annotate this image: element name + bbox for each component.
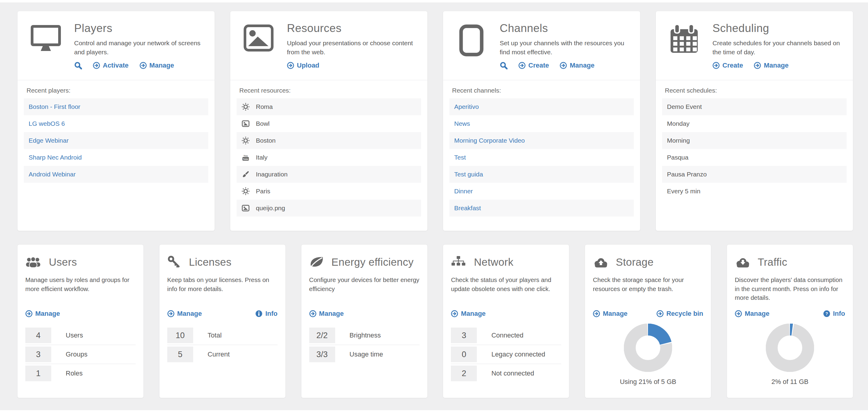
licenses-description: Keep tabs on your licenses. Press on inf… [167, 275, 278, 309]
resources-description: Upload your presentations or choose cont… [287, 39, 418, 57]
cloud-download-icon [735, 257, 750, 268]
divider [230, 80, 427, 80]
stat-value: 3 [25, 347, 51, 362]
channels-create-link[interactable]: Create [518, 61, 549, 69]
schedule-list-item: Every 5 min [662, 183, 846, 200]
image-icon [242, 204, 250, 212]
circle-arrow-right-icon [656, 310, 664, 317]
stat-label: Users [66, 331, 83, 339]
network-manage-link[interactable]: Manage [451, 310, 486, 318]
circle-arrow-right-icon [593, 310, 600, 317]
circle-arrow-right-icon [309, 310, 316, 317]
circle-arrow-right-icon [735, 310, 742, 317]
page-title-network: Network [474, 256, 513, 268]
channel-list-item[interactable]: Test guida [450, 166, 634, 183]
stat-value: 3/3 [309, 347, 335, 362]
scheduling-manage-link[interactable]: Manage [754, 61, 788, 69]
traffic-description: Discover the players' data consumption i… [735, 275, 845, 309]
player-list-item[interactable]: Edge Webinar [24, 132, 208, 149]
channel-list-item[interactable]: Dinner [450, 183, 634, 200]
storage-recycle-bin-link[interactable]: Recycle bin [656, 310, 703, 318]
stat-label: Groups [66, 351, 87, 358]
users-card: Users Manage users by roles and groups f… [17, 244, 144, 398]
stat-value: 2 [451, 365, 477, 381]
recent-channels-list: Aperitivo News Morning Corporate Video T… [450, 98, 634, 216]
page-title-scheduling: Scheduling [712, 22, 844, 35]
schedule-list-item: Pasqua [662, 149, 846, 166]
stat-value: 10 [167, 328, 193, 343]
channel-frame-icon [459, 24, 484, 56]
channel-list-item[interactable]: Aperitivo [450, 98, 634, 115]
energy-stats: 2/2Brightness 3/3Usage time [309, 326, 420, 364]
recent-resources-label: Recent resources: [239, 87, 418, 94]
player-list-item[interactable]: Android Webinar [24, 166, 208, 183]
channels-card-header: Channels Set up your channels with the r… [443, 11, 640, 73]
recent-schedules-list: Demo Event Monday Morning Pasqua Pausa P… [662, 98, 846, 200]
stat-label: Legacy connected [491, 351, 545, 358]
player-list-item[interactable]: Boston - First floor [24, 98, 208, 115]
licenses-manage-link[interactable]: Manage [167, 310, 202, 318]
bottom-card-row: Users Manage users by roles and groups f… [0, 231, 868, 398]
player-list-item[interactable]: LG webOS 6 [24, 115, 208, 132]
licenses-card: Licenses Keep tabs on your licenses. Pre… [159, 244, 286, 398]
stat-row: 3Groups [25, 345, 135, 364]
players-description: Control and manage your network of scree… [74, 39, 206, 57]
traffic-card: Traffic Discover the players' data consu… [727, 244, 853, 398]
circle-arrow-right-icon [93, 62, 100, 69]
players-manage-link[interactable]: Manage [140, 61, 174, 69]
traffic-manage-link[interactable]: Manage [735, 310, 770, 318]
circle-arrow-right-icon [518, 62, 526, 69]
players-card: Players Control and manage your network … [17, 11, 215, 231]
schedule-list-item: Monday [662, 115, 846, 132]
network-card: Network Check the status of your players… [443, 244, 569, 398]
page-title-channels: Channels [500, 22, 631, 35]
leaf-icon [309, 256, 324, 268]
stat-row: 5Current [167, 345, 278, 364]
licenses-info-link[interactable]: Info [255, 310, 277, 318]
recent-players-list: Boston - First floor LG webOS 6 Edge Web… [24, 98, 208, 183]
users-stats: 4Users 3Groups 1Roles [25, 326, 135, 383]
circle-arrow-right-icon [451, 310, 458, 317]
divider [18, 80, 215, 80]
page-title-licenses: Licenses [189, 256, 231, 268]
divider [656, 80, 853, 80]
schedule-list-item: Morning [662, 132, 846, 149]
channel-list-item[interactable]: Test [450, 149, 634, 166]
resource-list-item: Roma [237, 98, 421, 115]
recent-schedules-label: Recent schedules: [665, 87, 844, 94]
channels-card: Channels Set up your channels with the r… [443, 11, 641, 231]
channels-search-button[interactable] [500, 61, 507, 69]
resources-upload-link[interactable]: Upload [287, 61, 319, 69]
stat-row: 2/2Brightness [309, 326, 420, 345]
channel-list-item[interactable]: Morning Corporate Video [450, 132, 634, 149]
stat-row: 4Users [25, 326, 135, 345]
storage-card: Storage Check the storage space for your… [585, 244, 711, 398]
energy-manage-link[interactable]: Manage [309, 310, 344, 318]
players-activate-link[interactable]: Activate [93, 61, 129, 69]
circle-arrow-right-icon [287, 62, 294, 69]
storage-manage-link[interactable]: Manage [593, 310, 627, 318]
users-manage-link[interactable]: Manage [25, 310, 60, 318]
stat-row: 3/3Usage time [309, 345, 420, 364]
player-list-item[interactable]: Sharp Nec Android [24, 149, 208, 166]
scheduling-create-link[interactable]: Create [712, 61, 743, 69]
schedule-list-item: Demo Event [662, 98, 846, 115]
recent-players-label: Recent players: [27, 87, 206, 94]
channels-manage-link[interactable]: Manage [560, 61, 594, 69]
storage-description: Check the storage space for your resourc… [593, 275, 703, 309]
widget-icon [242, 103, 250, 111]
licenses-stats: 10Total 5Current [167, 326, 278, 364]
page-title-energy: Energy efficiency [332, 256, 414, 268]
stat-value: 3 [451, 328, 477, 343]
stat-value: 0 [451, 347, 477, 362]
resources-card: Resources Upload your presentations or c… [230, 11, 428, 231]
page-title-resources: Resources [287, 22, 418, 35]
stat-row: 10Total [167, 326, 278, 345]
channel-list-item[interactable]: News [450, 115, 634, 132]
widget-icon [242, 137, 250, 145]
channels-links: Create Manage [500, 61, 631, 69]
channel-list-item[interactable]: Breakfast [450, 200, 634, 216]
traffic-info-link[interactable]: Info [823, 310, 845, 318]
players-search-button[interactable] [74, 61, 82, 69]
resources-links: Upload [287, 61, 418, 69]
